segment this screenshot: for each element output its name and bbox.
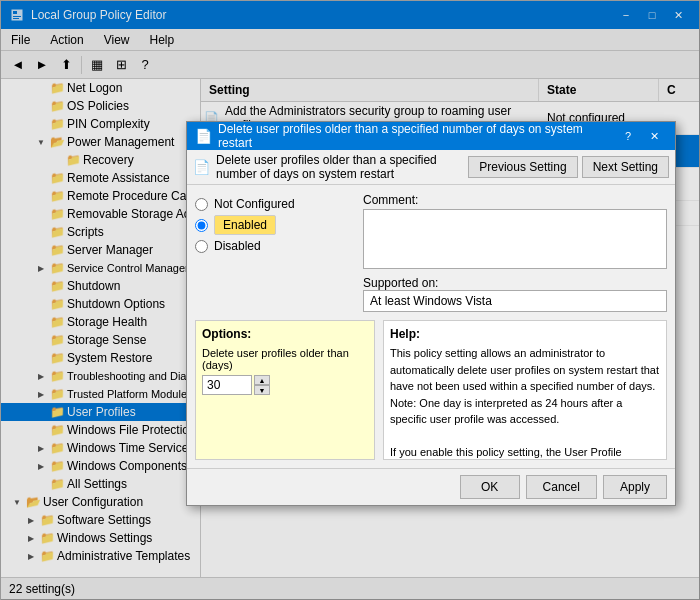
dialog-help-button[interactable]: ? — [615, 126, 641, 146]
radio-not-configured-label: Not Configured — [214, 197, 295, 211]
days-input[interactable] — [202, 375, 252, 395]
help-panel: Help: This policy setting allows an admi… — [383, 320, 667, 460]
policy-dialog: 📄 Delete user profiles older than a spec… — [186, 121, 676, 506]
cancel-button[interactable]: Cancel — [526, 475, 597, 499]
option-input-row: ▲ ▼ — [202, 375, 368, 395]
dialog-title-bar: 📄 Delete user profiles older than a spec… — [187, 122, 675, 150]
comment-label: Comment: — [363, 193, 667, 207]
help-title: Help: — [390, 327, 660, 341]
comment-supported-section: Comment: Supported on: At least Windows … — [363, 193, 667, 312]
dialog-nav-buttons: Previous Setting Next Setting — [468, 156, 669, 178]
options-panel: Options: Delete user profiles older than… — [195, 320, 375, 460]
radio-disabled-label: Disabled — [214, 239, 261, 253]
options-help-section: Options: Delete user profiles older than… — [187, 320, 675, 468]
spin-up-button[interactable]: ▲ — [254, 375, 270, 385]
comment-textarea[interactable] — [363, 209, 667, 269]
help-text: This policy setting allows an administra… — [390, 345, 660, 460]
radio-group: Not Configured Enabled Disabled — [195, 193, 355, 257]
radio-disabled[interactable]: Disabled — [195, 239, 355, 253]
ok-button[interactable]: OK — [460, 475, 520, 499]
dialog-top-area: Not Configured Enabled Disabled — [195, 193, 667, 312]
dialog-body: Not Configured Enabled Disabled — [187, 185, 675, 320]
comment-area: Comment: — [363, 193, 667, 272]
radio-not-configured-input[interactable] — [195, 198, 208, 211]
spin-down-button[interactable]: ▼ — [254, 385, 270, 395]
radio-disabled-input[interactable] — [195, 240, 208, 253]
radio-section: Not Configured Enabled Disabled — [195, 193, 355, 312]
apply-button[interactable]: Apply — [603, 475, 667, 499]
supported-area: Supported on: At least Windows Vista — [363, 276, 667, 312]
dialog-footer: OK Cancel Apply — [187, 468, 675, 505]
dialog-controls: ? ✕ — [615, 126, 667, 146]
radio-enabled[interactable]: Enabled — [195, 215, 355, 235]
option-label: Delete user profiles older than (days) — [202, 347, 368, 371]
dialog-close-button[interactable]: ✕ — [641, 126, 667, 146]
radio-enabled-input[interactable] — [195, 219, 208, 232]
dialog-toolbar: 📄 Delete user profiles older than a spec… — [187, 150, 675, 185]
dialog-overlay: 📄 Delete user profiles older than a spec… — [1, 1, 700, 600]
next-setting-button[interactable]: Next Setting — [582, 156, 669, 178]
options-title: Options: — [202, 327, 368, 341]
prev-setting-button[interactable]: Previous Setting — [468, 156, 577, 178]
spin-buttons: ▲ ▼ — [254, 375, 270, 395]
supported-label: Supported on: — [363, 276, 438, 290]
dialog-toolbar-text: Delete user profiles older than a specif… — [216, 153, 468, 181]
supported-value: At least Windows Vista — [363, 290, 667, 312]
radio-not-configured[interactable]: Not Configured — [195, 197, 355, 211]
enabled-badge: Enabled — [214, 215, 276, 235]
dialog-title: Delete user profiles older than a specif… — [218, 122, 615, 150]
